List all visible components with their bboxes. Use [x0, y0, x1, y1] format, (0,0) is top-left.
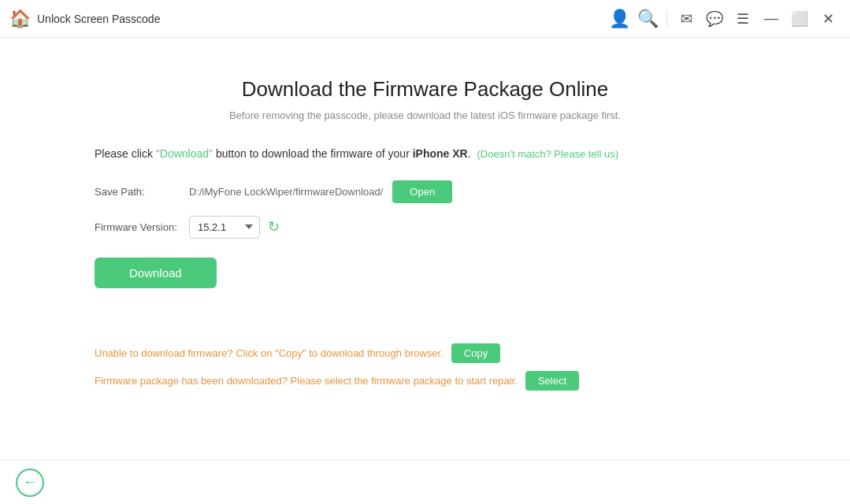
- copy-button[interactable]: Copy: [451, 343, 500, 363]
- search-tool-icon[interactable]: 🔍: [635, 6, 660, 32]
- user-profile-icon[interactable]: 👤: [607, 6, 632, 32]
- footer: ←: [0, 460, 850, 504]
- bottom-notes: Unable to download firmware? Click on "C…: [95, 343, 755, 391]
- doesnt-match-link[interactable]: (Doesn't match? Please tell us): [477, 148, 619, 160]
- instruction-click-word: "Download": [156, 147, 213, 160]
- menu-icon[interactable]: ☰: [730, 6, 755, 32]
- page-subtitle: Before removing the passcode, please dow…: [32, 109, 818, 121]
- save-path-row: Save Path: D:/iMyFone LockWiper/firmware…: [95, 180, 755, 203]
- maximize-button[interactable]: ⬜: [787, 6, 812, 32]
- title-bar-controls: 👤 🔍 ✉ 💬 ☰ — ⬜ ✕: [607, 6, 841, 32]
- mail-icon[interactable]: ✉: [674, 6, 699, 32]
- select-note-text: Firmware package has been downloaded? Pl…: [95, 375, 518, 387]
- title-bar-left: 🏠 Unlock Screen Passcode: [9, 9, 160, 29]
- back-button[interactable]: ←: [16, 469, 44, 497]
- instruction-middle: button to download the firmware of your: [213, 147, 413, 160]
- firmware-version-label: Firmware Version:: [95, 221, 189, 233]
- firmware-version-row: Firmware Version: 15.2.1 15.2 15.1 15.0 …: [95, 216, 755, 239]
- save-path-label: Save Path:: [95, 186, 189, 198]
- close-button[interactable]: ✕: [815, 6, 841, 32]
- back-arrow-icon: ←: [23, 474, 37, 491]
- download-button[interactable]: Download: [95, 258, 217, 288]
- instruction-period: .: [468, 147, 471, 160]
- app-logo-icon: 🏠: [9, 9, 31, 29]
- copy-note-row: Unable to download firmware? Click on "C…: [95, 343, 755, 363]
- chat-icon[interactable]: 💬: [702, 6, 727, 32]
- instruction-prefix: Please click: [95, 147, 156, 160]
- title-bar-divider: [666, 11, 667, 27]
- save-path-value: D:/iMyFone LockWiper/firmwareDownload/: [189, 186, 383, 198]
- title-bar: 🏠 Unlock Screen Passcode 👤 🔍 ✉ 💬 ☰ — ⬜ ✕: [0, 0, 850, 38]
- app-title: Unlock Screen Passcode: [37, 13, 160, 25]
- refresh-icon[interactable]: ↻: [268, 218, 280, 235]
- main-content: Download the Firmware Package Online Bef…: [0, 38, 850, 460]
- header-section: Download the Firmware Package Online Bef…: [32, 38, 818, 145]
- minimize-button[interactable]: —: [759, 6, 784, 32]
- content-section: Please click "Download" button to downlo…: [32, 145, 818, 398]
- device-name: iPhone XR: [413, 147, 468, 160]
- select-note-row: Firmware package has been downloaded? Pl…: [95, 371, 755, 391]
- firmware-version-select[interactable]: 15.2.1 15.2 15.1 15.0 14.8: [189, 216, 260, 239]
- open-folder-button[interactable]: Open: [392, 180, 452, 203]
- page-title: Download the Firmware Package Online: [32, 77, 818, 102]
- instruction-text: Please click "Download" button to downlo…: [95, 145, 755, 163]
- select-button[interactable]: Select: [525, 371, 579, 391]
- copy-note-text: Unable to download firmware? Click on "C…: [95, 347, 444, 359]
